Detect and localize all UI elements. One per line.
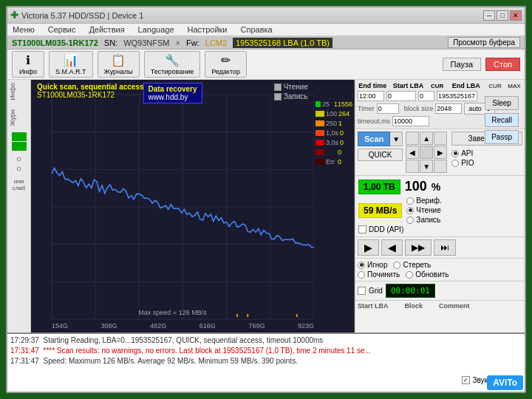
legend-read-label: Чтение (284, 83, 308, 91)
fix-option: Починить (358, 270, 400, 279)
menu-item-help[interactable]: Справка (239, 24, 275, 35)
sound-checkbox[interactable] (462, 376, 470, 384)
nav-up[interactable]: ▲ (420, 132, 433, 145)
nav-down[interactable]: ▼ (420, 160, 433, 173)
read-checkbox[interactable] (274, 83, 282, 91)
update-label: Обновить (415, 270, 449, 279)
test-icon: 🔧 (165, 53, 180, 67)
nav-down-left[interactable] (406, 160, 419, 173)
log-time-3: 17:31:47 (10, 357, 39, 365)
grid-checkbox[interactable] (358, 287, 366, 295)
sidebar-text-3: или слаб (9, 178, 29, 191)
pause-button[interactable]: Пауза (443, 58, 482, 71)
write-radio[interactable] (406, 216, 414, 224)
verif-radio[interactable] (406, 197, 414, 205)
recall-button[interactable]: Recall (485, 113, 519, 127)
timeout-input[interactable] (392, 116, 429, 126)
smart-button[interactable]: 📊 S.M.A.R.T (49, 51, 93, 78)
toolbar: ℹ Инфо 📊 S.M.A.R.T 📋 Журналы 🔧 Тестирова… (7, 50, 525, 80)
minimize-button[interactable]: ─ (483, 10, 495, 21)
update-radio[interactable] (406, 271, 413, 279)
ignore-option: Игнор (358, 261, 387, 269)
block-size-input[interactable] (435, 103, 462, 114)
timeout-label: timeout,ms (358, 117, 390, 125)
chart-title: Quick scan, sequential access (37, 83, 144, 91)
sidebar-text-2: О (9, 166, 29, 172)
nav-arrows: ▲ ◀ ▶ ▼ (406, 132, 449, 173)
playback-controls: ▶ ◀ ▶▶ ⏭ (355, 237, 525, 259)
x-label-154g: 154G (52, 322, 68, 330)
log-area: 17:29:37 Starting Reading, LBA=0...19535… (7, 332, 525, 392)
play-button[interactable]: ▶ (358, 239, 379, 256)
quick-button[interactable]: QUICK (358, 149, 403, 161)
close-button[interactable]: ✕ (510, 10, 522, 21)
block-val-1050: 0 (340, 129, 344, 137)
block-row-3050: 3,0s 0 (316, 139, 352, 146)
speed-row: 59 MB/s Вериф. Чтение Запись (358, 197, 522, 224)
nav-right[interactable]: ▶ (434, 146, 447, 159)
nav-left[interactable]: ◀ (406, 146, 419, 159)
menu-item-settings[interactable]: Настройки (185, 24, 230, 35)
block-row-1050: 1,0s 0 (316, 129, 352, 137)
editor-button[interactable]: ✏ Редактор (205, 51, 247, 78)
end-time-input[interactable] (358, 91, 384, 101)
passp-button[interactable]: Passp (485, 130, 519, 144)
block-color-err (316, 159, 324, 165)
write-checkbox[interactable] (274, 93, 282, 100)
chart-subtitle: ST1000LM035-1RK172 (37, 91, 144, 99)
block-val-100: 264 (338, 110, 349, 117)
nav-up-left[interactable] (406, 132, 419, 145)
ff-button[interactable]: ▶▶ (405, 239, 432, 256)
menu-item-actions[interactable]: Действия (86, 24, 126, 35)
block-row-250: 250 1 (316, 120, 352, 127)
block-row-err1: 0 (316, 149, 352, 156)
lba-size-display: 1,00 TB (358, 180, 400, 194)
log-text-3: Speed: Maximum 126 MB/s. Average 92 MB/s… (44, 357, 298, 365)
end-time-header: End time (358, 82, 387, 89)
sleep-button[interactable]: Sleep (485, 96, 519, 110)
block-color-100 (316, 111, 324, 117)
menu-item-service[interactable]: Сервис (46, 24, 78, 35)
block-color-250 (316, 120, 324, 126)
maximize-button[interactable]: □ (497, 10, 508, 21)
timer-input[interactable] (377, 103, 399, 114)
nav-down-right[interactable] (434, 160, 447, 173)
stop-button[interactable]: Стоп (485, 58, 520, 71)
legend-write: Запись (274, 92, 308, 100)
cur-input[interactable] (418, 91, 434, 101)
chart-and-blocks: Quick scan, sequential access ST1000LM03… (31, 80, 355, 332)
info-button[interactable]: ℹ Инфо (12, 51, 44, 78)
x-label-462g: 462G (150, 322, 166, 330)
api-radio[interactable] (451, 150, 459, 157)
journals-button[interactable]: 📋 Журналы (98, 51, 140, 78)
smart-icon: 📊 (64, 53, 78, 67)
device-lba: 1953525168 LBA (1,0 TB) (233, 38, 332, 48)
pio-radio[interactable] (451, 160, 459, 167)
end-button[interactable]: ⏭ (434, 239, 456, 256)
scan-dropdown[interactable]: ▼ (390, 132, 403, 146)
ignore-radio[interactable] (358, 262, 365, 269)
app-icon: ✚ (10, 10, 18, 21)
nav-up-right[interactable] (434, 132, 447, 145)
menu-item-language[interactable]: Language (136, 24, 177, 35)
scan-button[interactable]: Scan (358, 132, 390, 146)
erase-radio[interactable] (393, 262, 400, 269)
view-buffer-button[interactable]: Просмотр буфера (448, 37, 520, 48)
test-button[interactable]: 🔧 Тестирование (144, 51, 200, 78)
ddd-checkbox[interactable] (358, 225, 366, 233)
fix-radio[interactable] (358, 271, 365, 279)
end-lba-header: End LBA (449, 82, 484, 89)
end-lba-input[interactable] (437, 91, 477, 101)
title-bar: ✚ Victoria 5.37 HDD/SSD | Device 1 ─ □ ✕ (7, 7, 525, 24)
start-lba-input[interactable] (386, 91, 416, 101)
speed-display-val: 59 MB/s (358, 203, 402, 218)
device-sn: WQ93NFSM (123, 38, 169, 47)
green-bar-2 (12, 142, 27, 151)
pio-radio-row: PIO (451, 159, 522, 167)
menu-item-menu[interactable]: Меню (10, 24, 37, 35)
rewind-button[interactable]: ◀ (381, 239, 403, 256)
x-label-923g: 923G (298, 322, 314, 330)
read-radio[interactable] (406, 207, 414, 214)
device-fw: LCM2 (205, 38, 227, 47)
max-speed-label: Max speed = 126 MB/s (138, 309, 206, 316)
